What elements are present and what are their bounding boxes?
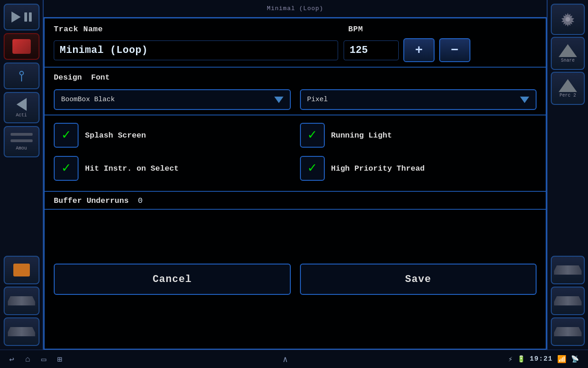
bpm-area: 125 + − (344, 38, 537, 62)
tab-btn-1[interactable] (4, 33, 40, 60)
amount-btn[interactable]: Amou (4, 126, 40, 157)
rpad-icon-2 (554, 296, 582, 305)
buffer-value: 0 (138, 196, 142, 205)
buffer-label: Buffer Underruns (54, 196, 129, 205)
high-priority-checkbox[interactable]: ✓ (300, 156, 325, 181)
recents-nav-icon[interactable]: ▭ (41, 354, 46, 364)
perc2-icon (559, 79, 577, 92)
font-dropdown[interactable]: Pixel (300, 89, 537, 110)
slider-icon2 (11, 139, 33, 142)
snare-label: Snare (561, 58, 575, 63)
tab-btn-2[interactable] (4, 63, 40, 89)
usb-icon: ⚡ (508, 355, 513, 364)
splash-screen-checkbox[interactable]: ✓ (54, 123, 79, 148)
font-dropdown-arrow (520, 97, 529, 103)
rpad-icon-1 (554, 265, 582, 275)
font-label: Font (91, 73, 110, 82)
running-light-checkmark: ✓ (308, 128, 316, 142)
splash-screen-checkmark: ✓ (62, 128, 70, 142)
design-dropdown-arrow (274, 97, 283, 103)
cancel-button[interactable]: Cancel (54, 264, 291, 295)
amount-label: Amou (16, 146, 27, 151)
gear-icon (560, 12, 575, 27)
checkbox-row-2: ✓ Hit Instr. on Select ✓ High Priority T… (54, 153, 537, 184)
perc2-btn[interactable]: Perc 2 (551, 72, 585, 105)
checkboxes-section: ✓ Splash Screen ✓ Running Light ✓ Hit In… (45, 115, 546, 192)
pad-icon-3 (8, 327, 35, 336)
track-name-label: Track Name (54, 25, 344, 34)
nav-center-icon[interactable]: ∧ (283, 354, 288, 364)
bottom-nav-bar: ↩ ⌂ ▭ ⊞ ∧ ⚡ 🔋 19:21 📶 📡 (0, 350, 588, 368)
running-light-label: Running Light (331, 131, 392, 140)
track-bpm-section: Track Name BPM Minimal (Loop) 125 + − (45, 18, 546, 68)
plus-icon: + (415, 43, 423, 58)
signal-icon: 📡 (571, 355, 579, 363)
svg-point-0 (20, 71, 23, 75)
track-input-row: Minimal (Loop) 125 + − (54, 38, 537, 62)
wifi-icon: 📶 (557, 355, 566, 364)
hit-instr-label: Hit Instr. on Select (85, 164, 179, 173)
back-btn[interactable]: Acti (4, 92, 40, 123)
pad-icon-1 (13, 264, 30, 276)
checkbox-splash-screen: ✓ Splash Screen (54, 120, 291, 150)
bpm-minus-btn[interactable]: − (439, 38, 470, 62)
save-button[interactable]: Save (300, 264, 537, 295)
slider-icon (11, 133, 33, 136)
checkbox-running-light: ✓ Running Light (300, 120, 537, 150)
pad-btn-3[interactable] (4, 317, 40, 346)
buffer-section: Buffer Underruns 0 (45, 192, 546, 210)
rpad-icon-3 (554, 327, 582, 336)
app-title: Minimal (Loop) (267, 5, 323, 12)
back-label: Acti (16, 113, 27, 118)
rpad-btn-1[interactable] (551, 256, 585, 284)
design-label: Design (54, 73, 82, 82)
play-pause-btn[interactable] (4, 4, 40, 30)
hit-instr-checkbox[interactable]: ✓ (54, 156, 79, 181)
design-dropdown[interactable]: BoomBox Black (54, 89, 291, 110)
hit-instr-checkmark: ✓ (62, 161, 70, 175)
pad-icon-2 (8, 296, 35, 305)
time-display: 19:21 (530, 355, 553, 363)
checkbox-hit-instr: ✓ Hit Instr. on Select (54, 153, 291, 184)
pad-btn-2[interactable] (4, 287, 40, 315)
high-priority-label: High Priority Thread (331, 164, 425, 173)
action-buttons-row: Cancel Save (45, 210, 546, 349)
section-labels-row: Track Name BPM (54, 25, 537, 34)
bpm-plus-btn[interactable]: + (403, 38, 435, 62)
high-priority-checkmark: ✓ (308, 161, 316, 175)
gear-btn[interactable] (551, 4, 585, 35)
minus-icon: − (451, 43, 459, 58)
arrow-left-icon (17, 98, 27, 111)
top-bar: Minimal (Loop) (44, 0, 547, 17)
design-value: BoomBox Black (61, 96, 115, 104)
nav-icons-left: ↩ ⌂ ▭ ⊞ (9, 354, 62, 364)
design-font-labels: Design Font (54, 73, 537, 86)
antenna-icon (16, 70, 27, 81)
red-icon (12, 39, 31, 54)
splash-screen-label: Splash Screen (85, 131, 146, 140)
track-name-value[interactable]: Minimal (Loop) (54, 40, 338, 60)
back-nav-icon[interactable]: ↩ (9, 354, 14, 364)
font-value: Pixel (307, 96, 328, 104)
bpm-value[interactable]: 125 (344, 40, 399, 60)
battery-icon: 🔋 (517, 355, 525, 363)
pad-btn-1[interactable] (4, 256, 40, 284)
play-icon (11, 12, 21, 23)
checkbox-high-priority: ✓ High Priority Thread (300, 153, 537, 184)
home-nav-icon[interactable]: ⌂ (25, 355, 30, 364)
apps-nav-icon[interactable]: ⊞ (57, 354, 62, 364)
sidebar-left: Acti Amou (0, 0, 44, 350)
checkbox-row-1: ✓ Splash Screen ✓ Running Light (54, 120, 537, 150)
rpad-btn-3[interactable] (551, 317, 585, 346)
settings-dialog: Track Name BPM Minimal (Loop) 125 + − De… (44, 17, 547, 350)
nav-icons-right: ⚡ 🔋 19:21 📶 📡 (508, 355, 579, 364)
pause-icon (24, 12, 32, 22)
snare-icon (559, 44, 577, 57)
design-font-section: Design Font BoomBox Black Pixel (45, 68, 546, 115)
bpm-label: BPM (344, 25, 537, 34)
design-font-dropdowns: BoomBox Black Pixel (54, 89, 537, 110)
running-light-checkbox[interactable]: ✓ (300, 123, 325, 148)
sidebar-right: Snare Perc 2 (547, 0, 588, 350)
rpad-btn-2[interactable] (551, 287, 585, 315)
snare-btn[interactable]: Snare (551, 37, 585, 70)
